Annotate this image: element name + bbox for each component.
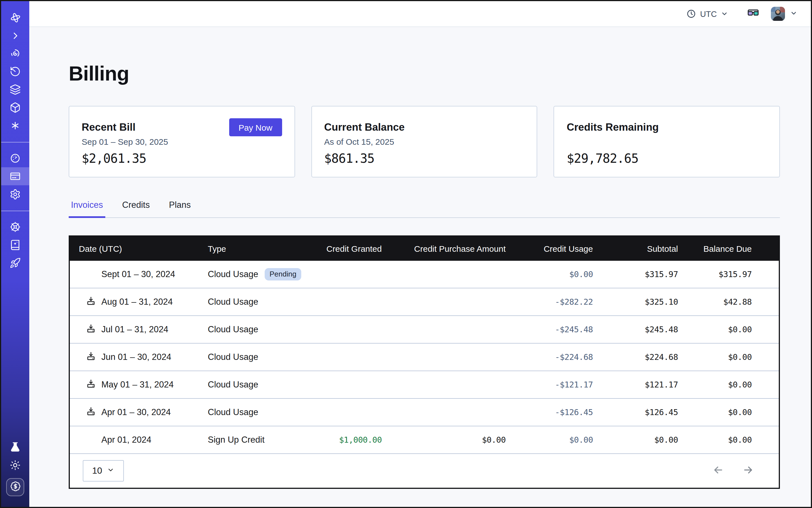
- credit-card-icon: [9, 171, 21, 182]
- book-sparkle-icon: [9, 239, 21, 251]
- tab-plans[interactable]: Plans: [167, 200, 193, 218]
- invoice-type: Sign Up Credit: [208, 435, 265, 445]
- download-slot: [85, 434, 96, 446]
- box-icon: [9, 102, 21, 113]
- credit-purchase-value: $0.00: [383, 435, 507, 444]
- sidebar-item-services[interactable]: [1, 117, 29, 135]
- layers-icon: [9, 84, 21, 95]
- credit-usage-value: -$282.22: [507, 297, 594, 306]
- sidebar-expand-button[interactable]: [1, 27, 29, 44]
- sidebar-item-docs[interactable]: [1, 236, 29, 254]
- download-slot: [85, 296, 96, 307]
- next-page-button[interactable]: [742, 464, 754, 477]
- column-header-date: Date (UTC): [70, 244, 208, 253]
- sidebar-item-labs[interactable]: [1, 438, 29, 456]
- sidebar-item-getting-started[interactable]: [1, 254, 29, 272]
- table-row: Jun 01 – 30, 2024 Cloud Usage -$224.68 $…: [70, 343, 779, 371]
- download-invoice-button[interactable]: [86, 324, 95, 335]
- card-title: Credits Remaining: [567, 121, 767, 133]
- table-footer: 10: [70, 453, 779, 488]
- invoice-date: Aug 01 – 31, 2024: [101, 297, 173, 307]
- sidebar-item-settings[interactable]: [1, 185, 29, 203]
- table-header: Date (UTC) Type Credit Granted Credit Pu…: [70, 237, 779, 261]
- chevron-down-icon: [721, 10, 728, 17]
- download-slot: [85, 379, 96, 390]
- invoice-date: May 01 – 31, 2024: [101, 380, 174, 390]
- download-icon: [86, 351, 95, 363]
- invoice-type: Cloud Usage: [208, 380, 258, 390]
- sidebar-logo[interactable]: [1, 8, 29, 27]
- tab-invoices[interactable]: Invoices: [69, 200, 105, 218]
- table-row: Apr 01, 2024 Sign Up Credit $1,000.00 $0…: [70, 426, 779, 453]
- download-icon: [86, 324, 95, 335]
- gauge-icon: [9, 153, 21, 164]
- sidebar-item-credits[interactable]: [6, 478, 24, 496]
- glasses-button[interactable]: [747, 6, 760, 21]
- column-header-credit-purchase-amount: Credit Purchase Amount: [383, 244, 507, 253]
- download-invoice-button[interactable]: [86, 296, 95, 307]
- balance-due-value: $0.00: [679, 380, 779, 389]
- invoice-date: Sept 01 – 30, 2024: [101, 269, 175, 279]
- download-invoice-button[interactable]: [86, 379, 95, 390]
- subtotal-value: $121.17: [594, 380, 679, 389]
- table-row: May 01 – 31, 2024 Cloud Usage -$121.17 $…: [70, 371, 779, 398]
- sidebar-item-support[interactable]: [1, 218, 29, 236]
- user-avatar[interactable]: [771, 7, 785, 21]
- sidebar-item-resources[interactable]: [1, 98, 29, 117]
- chevron-right-icon: [10, 30, 20, 41]
- sidebar-item-billing[interactable]: [1, 167, 29, 185]
- invoice-type: Cloud Usage: [208, 297, 258, 307]
- recent-bill-amount: $2,061.35: [82, 152, 146, 166]
- prev-page-button[interactable]: [712, 464, 724, 477]
- sidebar-item-usage[interactable]: [1, 149, 29, 167]
- sidebar-divider: [1, 211, 29, 211]
- credits-remaining-amount: $29,782.65: [567, 152, 639, 166]
- download-icon: [86, 407, 95, 418]
- credit-usage-value: -$121.17: [507, 380, 594, 389]
- credit-usage-value: $0.00: [507, 270, 594, 279]
- pay-now-button[interactable]: Pay Now: [229, 118, 282, 136]
- column-header-type: Type: [208, 244, 306, 253]
- download-invoice-button[interactable]: [86, 407, 95, 418]
- sidebar-item-theme[interactable]: [1, 456, 29, 474]
- topbar: UTC: [29, 1, 811, 27]
- sidebar-item-history[interactable]: [1, 62, 29, 81]
- arrow-right-icon: [742, 464, 754, 477]
- page-title: Billing: [69, 62, 780, 86]
- sidebar-item-layers[interactable]: [1, 81, 29, 98]
- table-body: Sept 01 – 30, 2024 Cloud Usage Pending $…: [70, 261, 779, 453]
- table-row: Aug 01 – 31, 2024 Cloud Usage -$282.22 $…: [70, 288, 779, 315]
- tab-credits[interactable]: Credits: [120, 200, 152, 218]
- spiral-eye-icon: [9, 48, 21, 59]
- main-content: Billing Recent Bill Sep 01 – Sep 30, 202…: [29, 62, 811, 489]
- subtotal-value: $126.45: [594, 408, 679, 417]
- table-row: Jul 01 – 31, 2024 Cloud Usage -$245.48 $…: [70, 315, 779, 343]
- card-subtitle: As of Oct 15, 2025: [324, 137, 524, 147]
- download-icon: [86, 296, 95, 307]
- column-header-subtotal: Subtotal: [594, 244, 679, 253]
- balance-due-value: $0.00: [679, 435, 779, 444]
- invoice-date: Apr 01, 2024: [101, 435, 152, 445]
- page-size-value: 10: [92, 466, 102, 476]
- sidebar: [1, 1, 29, 507]
- account-menu-button[interactable]: [790, 9, 797, 18]
- timezone-picker[interactable]: UTC: [686, 9, 728, 18]
- invoice-type: Cloud Usage: [208, 269, 258, 279]
- download-slot: [85, 269, 96, 280]
- credit-usage-value: $0.00: [507, 435, 594, 444]
- chevron-down-icon: [107, 466, 115, 476]
- current-balance-amount: $861.35: [324, 152, 374, 166]
- balance-due-value: $42.88: [679, 297, 779, 306]
- subtotal-value: $224.68: [594, 352, 679, 362]
- download-invoice-button[interactable]: [86, 351, 95, 363]
- download-slot: [85, 351, 96, 363]
- summary-cards: Recent Bill Sep 01 – Sep 30, 2025 $2,061…: [69, 106, 780, 177]
- download-slot: [85, 407, 96, 418]
- flask-icon: [9, 441, 21, 453]
- chevron-down-icon: [790, 9, 797, 18]
- subtotal-value: $245.48: [594, 325, 679, 334]
- glasses-icon: [747, 6, 760, 21]
- subtotal-value: $315.97: [594, 270, 679, 279]
- page-size-select[interactable]: 10: [83, 460, 124, 481]
- sidebar-item-observe[interactable]: [1, 44, 29, 62]
